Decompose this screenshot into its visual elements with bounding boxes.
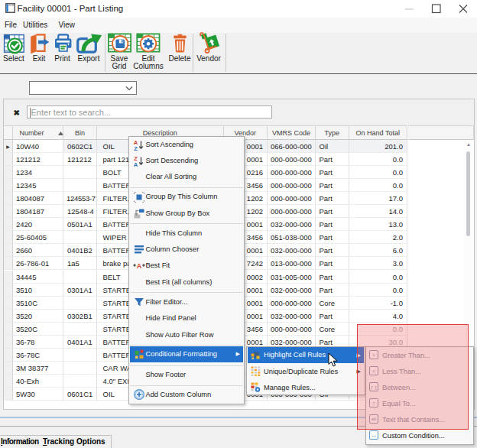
svg-text:…: … — [371, 433, 375, 438]
svg-text:A: A — [133, 161, 138, 167]
svg-text:Z: Z — [134, 144, 138, 151]
svg-text:A: A — [136, 262, 141, 270]
